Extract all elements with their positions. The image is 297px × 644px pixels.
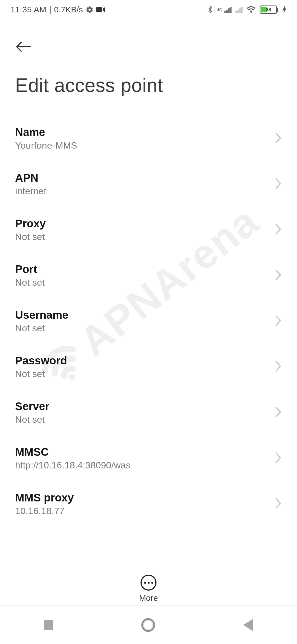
setting-port[interactable]: Port Not set <box>0 253 297 298</box>
setting-value: 10.16.18.77 <box>15 506 74 516</box>
chevron-right-icon <box>275 269 282 282</box>
battery-icon: 38 <box>260 6 277 14</box>
setting-label: Name <box>15 126 77 138</box>
system-nav-bar <box>0 605 297 644</box>
status-bar: 11:35 AM | 0.7KB/s 4G 38 <box>0 0 297 19</box>
page-header: Edit access point <box>0 19 297 99</box>
chevron-right-icon <box>275 223 282 236</box>
chevron-right-icon <box>275 132 282 145</box>
setting-label: Server <box>15 400 50 413</box>
setting-value: http://10.16.18.4:38090/was <box>15 460 131 471</box>
network-type-label: 4G <box>217 8 222 11</box>
status-separator: | <box>49 5 51 14</box>
setting-mmsc[interactable]: MMSC http://10.16.18.4:38090/was <box>0 435 297 481</box>
setting-value: Not set <box>15 323 68 334</box>
status-right: 4G 38 <box>207 6 287 14</box>
chevron-right-icon <box>275 361 282 373</box>
video-camera-icon <box>96 6 105 13</box>
nav-recents-button[interactable] <box>44 620 53 630</box>
setting-label: Username <box>15 309 68 321</box>
setting-label: MMS proxy <box>15 492 74 504</box>
status-time: 11:35 AM <box>10 5 46 14</box>
setting-name[interactable]: Name Yourfone-MMS <box>0 116 297 161</box>
setting-label: Port <box>15 263 45 275</box>
setting-value: internet <box>15 186 46 197</box>
page-title: Edit access point <box>15 74 282 96</box>
status-left: 11:35 AM | 0.7KB/s <box>10 5 105 14</box>
setting-label: APN <box>15 172 46 184</box>
setting-value: Not set <box>15 277 45 288</box>
more-button[interactable] <box>141 575 156 591</box>
setting-password[interactable]: Password Not set <box>0 344 297 390</box>
nav-home-button[interactable] <box>141 618 155 632</box>
status-network-speed: 0.7KB/s <box>54 5 83 14</box>
wifi-icon <box>246 6 256 13</box>
svg-rect-0 <box>96 7 102 12</box>
setting-value: Not set <box>15 414 50 425</box>
svg-point-1 <box>251 12 252 13</box>
battery-percent: 38 <box>260 6 276 13</box>
arrow-left-icon <box>15 41 32 52</box>
setting-label: MMSC <box>15 446 131 458</box>
bluetooth-icon <box>207 6 213 14</box>
settings-list: Name Yourfone-MMS APN internet Proxy Not… <box>0 99 297 527</box>
back-button[interactable] <box>15 39 37 55</box>
setting-apn[interactable]: APN internet <box>0 161 297 207</box>
setting-value: Yourfone-MMS <box>15 140 77 151</box>
setting-server[interactable]: Server Not set <box>0 390 297 435</box>
charging-bolt-icon <box>282 6 287 13</box>
signal-bars-sim1-icon <box>224 6 232 13</box>
chevron-right-icon <box>275 178 282 190</box>
gear-icon <box>86 6 94 13</box>
bottom-action-bar: More <box>0 575 297 603</box>
setting-proxy[interactable]: Proxy Not set <box>0 207 297 253</box>
setting-label: Proxy <box>15 217 46 230</box>
chevron-right-icon <box>275 406 282 419</box>
more-label: More <box>139 593 158 603</box>
chevron-right-icon <box>275 315 282 328</box>
setting-username[interactable]: Username Not set <box>0 298 297 344</box>
chevron-right-icon <box>275 498 282 510</box>
nav-back-button[interactable] <box>243 619 253 631</box>
setting-value: Not set <box>15 231 46 242</box>
setting-value: Not set <box>15 369 67 379</box>
chevron-right-icon <box>275 452 282 465</box>
signal-bars-sim2-icon <box>235 6 243 13</box>
setting-mms-proxy[interactable]: MMS proxy 10.16.18.77 <box>0 481 297 527</box>
setting-label: Password <box>15 354 67 367</box>
